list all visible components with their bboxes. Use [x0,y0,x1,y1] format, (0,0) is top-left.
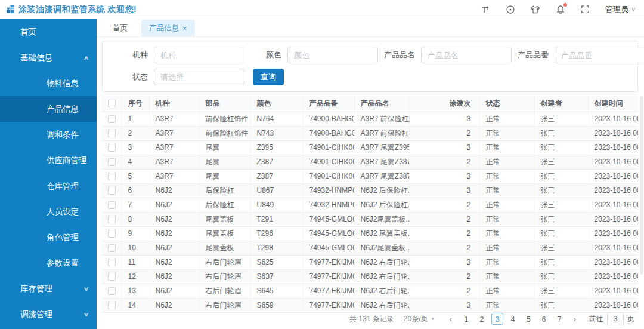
scrollbar[interactable] [640,96,643,275]
cell: 尾翼 [199,169,250,183]
cell: 张三 [534,155,588,169]
tab-product-info[interactable]: 产品信息× [141,20,195,36]
status-select[interactable] [154,69,244,85]
table-header-row: 序号机种部品颜色产品品番产品品名涂装次状态创建者创建时间 [102,96,638,112]
row-checkbox[interactable] [108,130,116,137]
select-all-checkbox[interactable] [108,100,116,107]
font-size-icon[interactable] [480,4,491,15]
cell: 74901-CIHK00... [303,140,354,155]
page-size-select[interactable]: 20条/页 ▾ [404,314,434,324]
cell: 正常 [479,255,534,269]
cell: 后保险杠 [199,198,250,212]
cell: N6J2 右后门轮... [354,269,409,284]
close-icon[interactable]: × [182,24,187,32]
cell: 3 [409,183,479,198]
prev-page-button[interactable]: ‹ [445,315,457,324]
row-checkbox[interactable] [108,115,116,123]
sidebar-item-inventory-mgmt[interactable]: 库存管理∨ [0,276,97,302]
row-checkbox[interactable] [108,259,116,266]
cell: 尾翼 [199,140,250,155]
next-page-button[interactable]: › [569,315,581,324]
row-checkbox[interactable] [108,158,116,166]
cell: 张三 [534,140,588,155]
sidebar-item-material-info[interactable]: 物料信息 [0,70,97,96]
sidebar: 首页基础信息∧物料信息产品信息调和条件供应商管理仓库管理人员设定角色管理参数设置… [0,19,97,329]
cell: 张三 [534,269,588,284]
row-checkbox[interactable] [108,187,116,195]
goto-page-input[interactable] [607,312,624,325]
cell: 74977-EKIJM0... [303,298,354,312]
page-button-3[interactable]: 3 [491,313,503,325]
machine-type-input[interactable] [154,47,244,63]
column-header: 部品 [199,96,250,112]
table-row: 10N6J2尾翼盖板T29874945-GMLO0...N6J2尾翼盖板...2… [102,241,638,255]
sidebar-item-personnel-setting[interactable]: 人员设定 [0,199,97,225]
cell: 张三 [534,298,588,312]
row-select-cell [102,183,122,198]
cell: 2023-10-16 00... [588,140,638,155]
theme-shirt-icon[interactable] [530,4,541,15]
row-checkbox[interactable] [108,273,116,281]
logo-icon [6,5,15,14]
row-checkbox[interactable] [108,201,116,209]
sidebar-item-paint-mgmt[interactable]: 调漆管理∨ [0,302,97,327]
sidebar-item-supplier-mgmt[interactable]: 供应商管理 [0,147,97,173]
cell: S637 [250,269,303,284]
sidebar-item-label: 人员设定 [47,207,79,217]
row-checkbox[interactable] [108,216,116,223]
sidebar-item-product-info[interactable]: 产品信息 [0,96,97,122]
row-checkbox[interactable] [108,144,116,152]
cell: 11 [122,255,149,269]
column-header: 创建时间 [588,96,638,112]
chevron-down-icon: ∨ [83,311,89,318]
cell: 尾翼盖板 [199,226,250,241]
cell: A3R7 前保险杠... [354,112,409,126]
cell: 3 [409,140,479,155]
cell: 张三 [534,241,588,255]
product-name-input[interactable] [421,47,512,63]
cell: 2023-10-16 00... [588,241,638,255]
sidebar-item-label: 调漆管理 [20,309,52,320]
shell: 首页基础信息∧物料信息产品信息调和条件供应商管理仓库管理人员设定角色管理参数设置… [0,19,644,329]
cell: N6J2 [149,255,199,269]
page-button-5[interactable]: 5 [522,313,534,325]
row-select-cell [102,298,122,312]
row-select-cell [102,212,122,226]
sidebar-item-label: 库存管理 [20,284,52,294]
cell: 尾翼 [199,155,250,169]
sidebar-item-blend-condition[interactable]: 调和条件 [0,122,97,147]
page-button-7[interactable]: 7 [553,313,565,325]
page-title: 涂装油漆调和监管系统 欢迎您! [18,4,137,15]
sidebar-item-basic-info[interactable]: 基础信息∧ [0,45,97,70]
page-button-4[interactable]: 4 [507,313,519,325]
page-button-1[interactable]: 1 [460,313,472,325]
row-checkbox[interactable] [108,173,116,180]
table-row: 8N6J2尾翼盖板T29174945-GMLO0...N6J2尾翼盖板...2正… [102,212,638,226]
cell: 2023-10-16 00... [588,284,638,298]
row-checkbox[interactable] [108,230,116,238]
user-menu[interactable]: 管理员 ∨ [605,4,636,15]
sidebar-item-role-mgmt[interactable]: 角色管理 [0,225,97,250]
row-checkbox[interactable] [108,244,116,252]
help-icon[interactable] [505,4,516,15]
row-checkbox[interactable] [108,302,116,309]
fullscreen-icon[interactable] [580,4,591,15]
cell: U849 [250,198,303,212]
cell: N6J2尾翼盖板... [354,212,409,226]
sidebar-item-warehouse-mgmt[interactable]: 仓库管理 [0,173,97,199]
query-button[interactable]: 查询 [253,69,284,85]
sidebar-item-param-setting[interactable]: 参数设置 [0,250,97,276]
page-button-6[interactable]: 6 [538,313,550,325]
tab-home[interactable]: 首页 [105,20,135,36]
product-no-input[interactable] [555,47,644,63]
table-row: 11N6J2右后门轮眉S62574977-EKIJM0...N6J2 右后门轮.… [102,255,638,269]
cell: 张三 [534,226,588,241]
page-button-2[interactable]: 2 [476,313,488,325]
cell: 9 [122,226,149,241]
cell: 张三 [534,198,588,212]
cell: 2 [409,226,479,241]
sidebar-item-home[interactable]: 首页 [0,19,97,45]
bell-icon[interactable] [555,4,566,15]
color-input[interactable] [287,47,378,63]
row-checkbox[interactable] [108,287,116,295]
